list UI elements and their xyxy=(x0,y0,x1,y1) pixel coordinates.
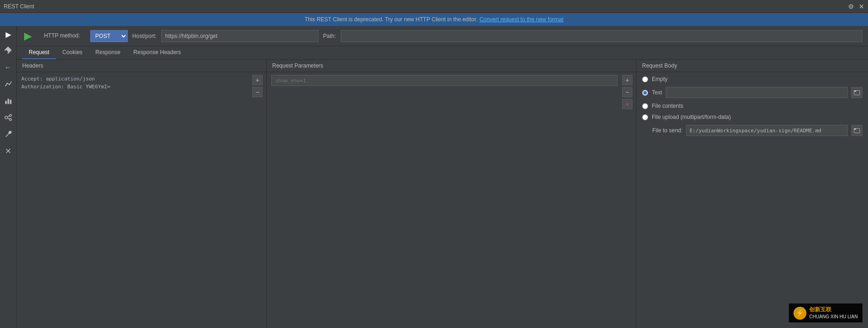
headers-title: Headers xyxy=(17,60,266,72)
run-button[interactable]: ▶ xyxy=(22,31,34,41)
method-label: HTTP method: xyxy=(38,26,86,46)
tabs-bar: Request Cookies Response Response Header… xyxy=(17,46,868,60)
watermark-text: 创新互联 CHUANG XIN HU LIAN xyxy=(809,306,858,320)
watermark-logo: ⚡ xyxy=(793,307,806,320)
sidebar: ▶ ← ✕ xyxy=(0,26,17,328)
watermark: ⚡ 创新互联 CHUANG XIN HU LIAN xyxy=(789,303,862,322)
radio-row-text: Text xyxy=(642,87,862,98)
sidebar-play-icon[interactable]: ▶ xyxy=(3,29,14,40)
path-label: Path: xyxy=(323,33,336,39)
radio-file-upload[interactable] xyxy=(642,114,648,120)
radio-file-contents-label[interactable]: File contents xyxy=(652,103,683,109)
headers-remove-button[interactable]: − xyxy=(252,87,262,97)
panel-body: Request Body Empty Text xyxy=(637,60,868,328)
tab-request[interactable]: Request xyxy=(22,46,56,59)
params-title: Request Parameters xyxy=(267,60,636,72)
svg-point-3 xyxy=(5,116,7,119)
header-entry-auth: Authorization: Basic YWE6YmI= xyxy=(21,83,262,91)
tab-response-headers[interactable]: Response Headers xyxy=(127,46,187,59)
sidebar-pin-icon[interactable] xyxy=(3,45,14,56)
sidebar-back-icon[interactable]: ← xyxy=(3,62,14,73)
panels: Headers Accept: application/json Authori… xyxy=(17,60,868,328)
params-clear-button[interactable]: × xyxy=(622,99,632,109)
svg-line-7 xyxy=(7,118,9,119)
body-title: Request Body xyxy=(637,60,868,72)
convert-link[interactable]: Convert request to the new format xyxy=(480,16,563,23)
notification-bar: This REST Client is deprecated. Try our … xyxy=(0,13,868,26)
headers-content: Accept: application/json Authorization: … xyxy=(17,72,266,328)
radio-file-upload-label[interactable]: File upload (multipart/form-data) xyxy=(652,114,731,120)
header-entry-accept: Accept: application/json xyxy=(21,75,262,83)
radio-empty-label[interactable]: Empty xyxy=(652,76,668,82)
headers-actions: + − xyxy=(252,75,262,97)
radio-text[interactable] xyxy=(642,90,648,96)
svg-point-5 xyxy=(9,118,12,121)
params-remove-button[interactable]: − xyxy=(622,87,632,97)
params-add-button[interactable]: + xyxy=(622,75,632,85)
sidebar-bar-chart-icon[interactable] xyxy=(3,95,14,106)
sidebar-wrench-icon[interactable] xyxy=(3,129,14,140)
file-send-input[interactable] xyxy=(686,125,848,136)
title-bar-right: ⚙ ✕ xyxy=(848,3,864,10)
tab-cookies[interactable]: Cookies xyxy=(56,46,89,59)
host-label: Host/port: xyxy=(132,33,156,39)
svg-point-4 xyxy=(9,114,12,117)
host-input[interactable] xyxy=(161,30,318,42)
tab-response[interactable]: Response xyxy=(89,46,127,59)
text-body-input[interactable] xyxy=(666,87,848,98)
app-title: REST Client xyxy=(4,3,34,10)
radio-row-file-upload: File upload (multipart/form-data) xyxy=(642,114,862,120)
svg-line-6 xyxy=(7,116,9,117)
params-content: + − × xyxy=(267,72,636,328)
sidebar-close-icon[interactable]: ✕ xyxy=(3,145,14,156)
text-browse-button[interactable] xyxy=(851,87,862,98)
method-select[interactable]: POST GET PUT DELETE PATCH xyxy=(90,30,128,42)
watermark-brand: 创新互联 xyxy=(809,306,858,314)
file-send-row: File to send: xyxy=(652,125,862,136)
radio-text-label[interactable]: Text xyxy=(652,89,662,96)
radio-row-file-contents: File contents xyxy=(642,103,862,109)
svg-rect-9 xyxy=(854,91,856,92)
file-send-label: File to send: xyxy=(652,127,682,134)
svg-rect-11 xyxy=(854,129,856,130)
svg-rect-0 xyxy=(5,101,6,104)
content-area: ▶ HTTP method: POST GET PUT DELETE PATCH… xyxy=(17,26,868,328)
svg-rect-1 xyxy=(7,99,9,104)
settings-icon[interactable]: ⚙ xyxy=(848,3,854,10)
radio-empty[interactable] xyxy=(642,76,648,82)
main-container: ▶ ← ✕ ▶ HTTP method: POST GET PUT D xyxy=(0,26,868,328)
title-bar: REST Client ⚙ ✕ xyxy=(0,0,868,13)
close-title-icon[interactable]: ✕ xyxy=(859,3,864,10)
watermark-subtext: CHUANG XIN HU LIAN xyxy=(809,314,858,320)
title-bar-left: REST Client xyxy=(4,3,34,10)
params-actions: + − × xyxy=(622,75,632,109)
body-radio-group: Empty Text xyxy=(642,76,862,136)
body-content: Empty Text xyxy=(637,72,868,328)
param-input[interactable] xyxy=(271,75,618,86)
path-input[interactable] xyxy=(341,30,862,42)
radio-file-contents[interactable] xyxy=(642,103,648,109)
panel-headers: Headers Accept: application/json Authori… xyxy=(17,60,267,328)
notification-message: This REST Client is deprecated. Try our … xyxy=(305,16,478,23)
svg-rect-2 xyxy=(10,100,11,104)
file-send-browse-button[interactable] xyxy=(851,125,862,136)
headers-add-button[interactable]: + xyxy=(252,75,262,85)
panel-params: Request Parameters + − × xyxy=(267,60,637,328)
sidebar-connection-icon[interactable] xyxy=(3,112,14,123)
radio-row-empty: Empty xyxy=(642,76,862,82)
http-bar: ▶ HTTP method: POST GET PUT DELETE PATCH… xyxy=(17,26,868,46)
sidebar-chart-icon[interactable] xyxy=(3,79,14,90)
